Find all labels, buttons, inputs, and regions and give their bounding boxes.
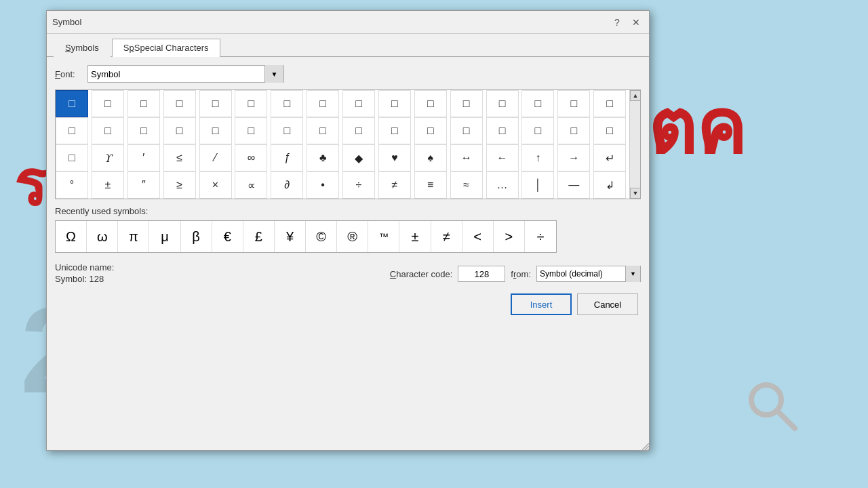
symbol-cell[interactable]: ← [486,144,519,171]
recent-symbol-plusminus[interactable]: ± [399,221,431,252]
symbol-cell[interactable]: □ [342,117,375,144]
symbol-cell[interactable]: ° [56,171,88,199]
symbol-cell[interactable]: ± [92,171,124,199]
from-dropdown-button[interactable]: ▼ [625,266,640,282]
symbol-cell[interactable]: ♥ [378,144,411,171]
from-select-input[interactable] [537,269,625,279]
symbol-cell[interactable]: ′ [127,144,160,171]
symbol-cell[interactable]: — [557,171,590,199]
close-button[interactable]: ✕ [629,15,644,30]
font-select-input[interactable] [88,69,264,79]
symbol-cell[interactable]: □ [486,90,519,117]
symbol-cell[interactable]: ≡ [414,171,447,199]
recent-symbol-copyright[interactable]: © [306,221,337,252]
symbol-cell[interactable]: □ [378,90,411,117]
symbol-cell[interactable]: □ [271,90,303,117]
recent-symbol-yen[interactable]: ¥ [275,221,306,252]
symbol-cell[interactable]: • [307,171,339,199]
symbol-cell[interactable]: ƒ [271,144,303,171]
recent-symbol-mu[interactable]: μ [149,221,180,252]
symbol-cell[interactable]: □ [593,117,626,144]
symbol-cell[interactable]: □ [199,90,232,117]
symbol-cell[interactable]: ∝ [235,171,267,199]
symbol-cell[interactable]: □ [307,90,339,117]
unicode-name-label: Unicode name: [55,262,114,272]
cancel-button[interactable]: Cancel [577,293,638,315]
character-code-input[interactable] [458,266,505,282]
dialog-title: Symbol [52,17,81,27]
symbol-cell[interactable]: □ [56,117,88,144]
insert-button[interactable]: Insert [511,293,572,315]
recent-symbol-divide[interactable]: ÷ [525,221,556,252]
help-button[interactable]: ? [610,15,625,30]
recent-symbol-omega-cap[interactable]: Ω [56,221,87,252]
recent-symbol-pound[interactable]: £ [243,221,275,252]
recent-symbol-omega[interactable]: ω [87,221,118,252]
recent-symbol-registered[interactable]: ® [337,221,368,252]
tab-special-characters[interactable]: SpSpecial Characters [112,39,220,57]
symbol-cell[interactable]: ◆ [342,144,375,171]
symbol-cell[interactable]: □ [235,90,267,117]
symbol-cell[interactable]: … [486,171,519,199]
symbol-cell[interactable]: □ [271,117,303,144]
symbol-cell[interactable]: │ [521,171,554,199]
tab-symbols[interactable]: Symbols [54,39,111,57]
symbol-cell[interactable]: ≤ [163,144,196,171]
from-select-container[interactable]: ▼ [536,266,641,282]
symbol-cell[interactable]: ♣ [307,144,339,171]
symbol-cell[interactable]: □ [127,90,160,117]
symbol-cell[interactable]: ϒ [92,144,124,171]
symbol-cell[interactable]: ″ [127,171,160,199]
symbol-cell[interactable]: □ [127,117,160,144]
symbol-cell[interactable]: ↲ [593,171,626,199]
symbol-cell[interactable]: → [557,144,590,171]
scroll-up-button[interactable]: ▲ [630,90,641,101]
symbol-cell[interactable]: ∂ [271,171,303,199]
recent-symbol-pi[interactable]: π [118,221,149,252]
symbol-cell[interactable]: □ [414,90,447,117]
symbol-cell[interactable]: □ [414,117,447,144]
info-row: Unicode name: Symbol: 128 Character code… [55,262,641,285]
symbol-cell[interactable]: □ [557,90,590,117]
symbol-cell[interactable]: □ [199,117,232,144]
symbol-cell[interactable]: □ [450,90,483,117]
symbol-cell[interactable]: ↔ [450,144,483,171]
scroll-down-button[interactable]: ▼ [630,188,641,199]
symbol-cell[interactable]: □ [307,117,339,144]
symbol-cell[interactable]: □ [521,117,554,144]
recent-symbol-beta[interactable]: β [181,221,212,252]
symbol-cell[interactable]: □ [342,90,375,117]
symbol-cell[interactable]: □ [163,90,196,117]
recent-symbol-euro[interactable]: € [212,221,243,252]
symbol-cell[interactable]: □ [450,117,483,144]
symbol-cell[interactable]: □ [92,90,124,117]
symbol-cell[interactable]: □ [557,117,590,144]
scroll-track[interactable] [630,101,640,188]
symbol-cell[interactable]: × [199,171,232,199]
symbol-cell[interactable]: □ [378,117,411,144]
symbol-cell[interactable]: ÷ [342,171,375,199]
symbol-cell[interactable]: □ [56,90,88,117]
font-dropdown-button[interactable]: ▼ [264,65,283,83]
recent-symbol-greater[interactable]: > [494,221,525,252]
resize-handle[interactable] [641,442,649,450]
symbol-cell[interactable]: □ [486,117,519,144]
symbol-cell[interactable]: ↑ [521,144,554,171]
recent-symbol-trademark[interactable]: ™ [368,221,399,252]
symbol-cell[interactable]: □ [92,117,124,144]
symbol-cell[interactable]: ⁄ [199,144,232,171]
symbol-cell[interactable]: ∞ [235,144,267,171]
recent-symbol-notequal[interactable]: ≠ [431,221,462,252]
symbol-cell[interactable]: □ [235,117,267,144]
symbol-cell[interactable]: ↵ [593,144,626,171]
symbol-cell[interactable]: □ [521,90,554,117]
symbol-cell[interactable]: □ [56,144,88,171]
font-select-container[interactable]: ▼ [87,65,284,83]
symbol-cell[interactable]: ≥ [163,171,196,199]
symbol-cell[interactable]: ≈ [450,171,483,199]
recent-symbol-less[interactable]: < [462,221,494,252]
symbol-cell[interactable]: □ [163,117,196,144]
symbol-cell[interactable]: ≠ [378,171,411,199]
symbol-cell[interactable]: □ [593,90,626,117]
symbol-cell[interactable]: ♠ [414,144,447,171]
